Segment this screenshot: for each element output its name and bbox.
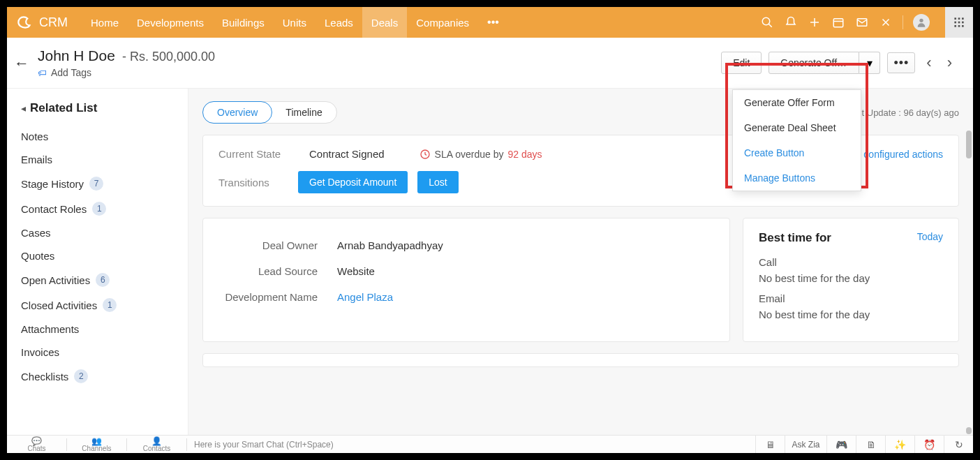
sidebar-item-contact-roles[interactable]: Contact Roles1 [21,196,174,221]
nav-more-icon[interactable]: ••• [478,7,508,38]
svg-rect-15 [958,25,960,27]
user-avatar[interactable] [913,14,930,31]
today-link[interactable]: Today [917,231,943,245]
related-list-sidebar: ◂ Related List Notes Emails Stage Histor… [7,89,188,436]
sidebar-item-attachments[interactable]: Attachments [21,318,174,341]
ask-zia-button[interactable]: Ask Zia [785,436,826,454]
main-nav: Home Developments Buildings Units Leads … [82,7,508,38]
top-nav-bar: CRM Home Developments Buildings Units Le… [7,7,973,38]
dropdown-item-generate-offer-form[interactable]: Generate Offer Form [733,90,861,115]
dropdown-item-generate-deal-sheet[interactable]: Generate Deal Sheet [733,115,861,140]
clock-icon [420,149,431,160]
lost-button[interactable]: Lost [417,171,458,193]
chat-icon: 💬 [31,437,42,445]
count-badge: 6 [96,273,110,287]
svg-rect-11 [954,22,956,24]
svg-point-7 [919,19,923,22]
sidebar-caret-icon[interactable]: ◂ [21,103,26,114]
sidebar-item-checklists[interactable]: Checklists2 [21,364,174,389]
sidebar-item-cases[interactable]: Cases [21,221,174,244]
back-arrow-icon[interactable]: ← [14,54,29,73]
footer-bar: 💬Chats 👥Channels 👤Contacts Here is your … [7,435,973,453]
sidebar-item-stage-history[interactable]: Stage History7 [21,171,174,196]
development-name-label: Development Name [218,291,337,303]
sidebar-item-closed-activities[interactable]: Closed Activities1 [21,292,174,318]
footer-tab-chats[interactable]: 💬Chats [7,436,66,454]
monitor-icon[interactable]: 🖥 [755,436,785,454]
best-time-card: Best time for Today Call No best time fo… [743,218,959,342]
sidebar-item-invoices[interactable]: Invoices [21,341,174,364]
svg-rect-9 [958,17,960,20]
lead-source-label: Lead Source [218,265,337,277]
sidebar-item-quotes[interactable]: Quotes [21,244,174,267]
contacts-icon: 👤 [151,437,162,445]
svg-rect-14 [954,25,956,27]
footer-tab-channels[interactable]: 👥Channels [67,436,126,454]
tag-icon: 🏷 [38,68,47,78]
svg-rect-12 [958,22,960,24]
edit-button[interactable]: Edit [721,52,762,74]
get-deposit-button[interactable]: Get Deposit Amount [298,171,408,193]
app-grid-icon[interactable] [945,7,973,38]
svg-line-1 [769,24,772,27]
current-state-value: Contract Signed [309,148,385,160]
sidebar-item-notes[interactable]: Notes [21,125,174,148]
development-name-link[interactable]: Angel Plaza [337,291,393,303]
bell-icon[interactable] [784,15,798,29]
sidebar-item-emails[interactable]: Emails [21,148,174,171]
svg-rect-4 [833,19,843,27]
nav-buildings[interactable]: Buildings [213,7,274,38]
search-icon[interactable] [760,15,774,29]
game-icon[interactable]: 🎮 [826,436,856,454]
next-record-icon[interactable]: › [943,54,956,72]
count-badge: 7 [89,177,103,191]
nav-home[interactable]: Home [82,7,128,38]
calendar-icon[interactable] [831,15,845,29]
generate-button[interactable]: Generate Offe... [769,52,859,74]
prev-record-icon[interactable]: ‹ [922,54,935,72]
separator [903,15,903,29]
history-icon[interactable]: ↻ [944,436,973,454]
svg-rect-16 [962,25,964,27]
add-tags-button[interactable]: 🏷 Add Tags [38,67,215,78]
deal-owner-label: Deal Owner [218,239,337,251]
sidebar-title: Related List [30,101,97,115]
generate-dropdown-caret[interactable]: ▾ [859,52,880,74]
alarm-icon[interactable]: ⏰ [914,436,944,454]
plus-icon[interactable] [808,15,822,29]
svg-point-0 [762,17,770,25]
nav-deals[interactable]: Deals [362,7,407,38]
nav-units[interactable]: Units [274,7,315,38]
smart-chat-hint: Here is your Smart Chat (Ctrl+Space) [187,440,334,450]
deal-owner-value: Arnab Bandyapadhyay [337,239,443,251]
dropdown-item-manage-buttons[interactable]: Manage Buttons [733,165,861,191]
best-time-call-label: Call [759,256,943,268]
nav-developments[interactable]: Developments [128,7,213,38]
more-actions-button[interactable]: ••• [887,52,915,73]
generate-dropdown-menu: Generate Offer Form Generate Deal Sheet … [732,89,861,191]
tab-timeline[interactable]: Timeline [272,102,336,123]
tools-icon[interactable] [879,15,893,29]
sidebar-item-open-activities[interactable]: Open Activities6 [21,267,174,292]
footer-tab-contacts[interactable]: 👤Contacts [127,436,186,454]
best-time-title: Best time for [759,231,831,245]
scrollbar-thumb[interactable] [966,131,972,158]
best-time-email-label: Email [759,292,943,304]
last-update-text: Last Update : 96 day(s) ago [847,107,959,118]
deal-amount: - Rs. 500,000.00 [122,50,215,64]
scrollbar-thumb-bottom[interactable] [966,427,972,434]
record-header: ← John H Doe - Rs. 500,000.00 🏷 Add Tags… [7,38,973,89]
dropdown-item-create-button[interactable]: Create Button [733,140,861,165]
tab-overview[interactable]: Overview [202,101,272,124]
mail-icon[interactable] [855,15,869,29]
count-badge: 1 [92,202,106,216]
svg-rect-8 [954,17,956,20]
note-icon[interactable]: 🗎 [856,436,885,454]
svg-rect-10 [962,17,964,20]
nav-companies[interactable]: Companies [407,7,478,38]
nav-leads[interactable]: Leads [315,7,362,38]
brand-logo[interactable]: CRM [15,13,68,31]
lead-source-value: Website [337,265,375,277]
signals-icon[interactable]: ✨ [885,436,914,454]
sla-indicator: SLA overdue by 92 days [420,149,542,160]
